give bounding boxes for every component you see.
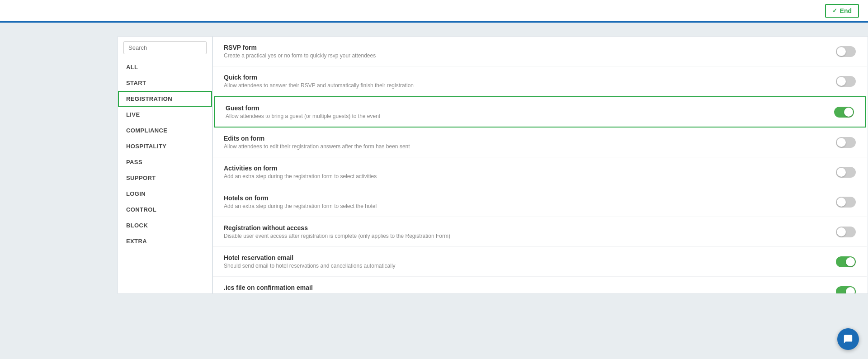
- toggle-registration-without-access[interactable]: [836, 227, 856, 237]
- feature-info-guest-form: Guest formAllow attendees to bring a gue…: [226, 104, 380, 119]
- toggle-slider-registration-without-access: [836, 227, 856, 237]
- sidebar-item-control[interactable]: CONTROL: [118, 202, 212, 217]
- feature-row-edits-on-form: Edits on formAllow attendees to edit the…: [213, 128, 867, 157]
- sidebar-item-all[interactable]: ALL: [118, 59, 212, 75]
- content-panel: RSVP formCreate a practical yes or no fo…: [212, 36, 868, 294]
- feature-row-hotels-on-form: Hotels on formAdd an extra step during t…: [213, 187, 867, 217]
- sidebar-item-extra[interactable]: EXTRA: [118, 233, 212, 249]
- sidebar-item-support[interactable]: SUPPORT: [118, 170, 212, 186]
- feature-desc-registration-without-access: Disable user event access after registra…: [224, 233, 450, 239]
- feature-desc-ics-file-confirmation: Send a .ics file attached to the confirm…: [224, 293, 481, 293]
- feature-row-guest-form: Guest formAllow attendees to bring a gue…: [214, 96, 866, 128]
- feature-title-guest-form: Guest form: [226, 104, 380, 112]
- feature-title-registration-without-access: Registration without access: [224, 224, 450, 231]
- toggle-quick-form[interactable]: [836, 76, 856, 87]
- end-label: End: [840, 7, 852, 14]
- feature-title-activities-on-form: Activities on form: [224, 165, 377, 172]
- feature-desc-hotels-on-form: Add an extra step during the registratio…: [224, 203, 377, 209]
- feature-info-registration-without-access: Registration without accessDisable user …: [224, 224, 450, 239]
- toggle-slider-rsvp-form: [836, 46, 856, 57]
- feature-row-activities-on-form: Activities on formAdd an extra step duri…: [213, 157, 867, 187]
- search-box: [118, 37, 212, 59]
- sidebar-item-pass[interactable]: PASS: [118, 154, 212, 170]
- feature-desc-edits-on-form: Allow attendees to edit their registrati…: [224, 143, 410, 150]
- feature-row-rsvp-form: RSVP formCreate a practical yes or no fo…: [213, 37, 867, 66]
- feature-row-quick-form: Quick formAllow attendees to answer thei…: [213, 66, 867, 96]
- feature-title-quick-form: Quick form: [224, 74, 414, 81]
- toggle-slider-activities-on-form: [836, 167, 856, 178]
- feature-info-ics-file-confirmation: .ics file on confirmation emailSend a .i…: [224, 284, 481, 293]
- toggle-slider-edits-on-form: [836, 137, 856, 148]
- feature-info-edits-on-form: Edits on formAllow attendees to edit the…: [224, 135, 410, 150]
- feature-desc-hotel-reservation-email: Should send email to hotel reservations …: [224, 263, 396, 269]
- end-button[interactable]: ✓ End: [825, 4, 859, 18]
- toggle-slider-quick-form: [836, 76, 856, 87]
- sidebar-item-start[interactable]: START: [118, 75, 212, 91]
- chat-button[interactable]: [837, 328, 859, 350]
- feature-row-ics-file-confirmation: .ics file on confirmation emailSend a .i…: [213, 277, 867, 293]
- feature-title-hotels-on-form: Hotels on form: [224, 194, 377, 202]
- sidebar-item-login[interactable]: LOGIN: [118, 186, 212, 202]
- feature-desc-rsvp-form: Create a practical yes or no form to qui…: [224, 52, 376, 59]
- toggle-activities-on-form[interactable]: [836, 167, 856, 178]
- sidebar-item-compliance[interactable]: COMPLIANCE: [118, 123, 212, 138]
- search-input[interactable]: [123, 41, 207, 54]
- toggle-slider-ics-file-confirmation: [836, 286, 856, 294]
- feature-row-hotel-reservation-email: Hotel reservation emailShould send email…: [213, 247, 867, 277]
- toggle-edits-on-form[interactable]: [836, 137, 856, 148]
- feature-title-rsvp-form: RSVP form: [224, 44, 376, 51]
- features-list: RSVP formCreate a practical yes or no fo…: [213, 37, 867, 293]
- feature-info-hotel-reservation-email: Hotel reservation emailShould send email…: [224, 254, 396, 269]
- sidebar-item-live[interactable]: LIVE: [118, 107, 212, 123]
- feature-info-rsvp-form: RSVP formCreate a practical yes or no fo…: [224, 44, 376, 59]
- sidebar-item-hospitality[interactable]: HOSPITALITY: [118, 138, 212, 154]
- feature-title-hotel-reservation-email: Hotel reservation email: [224, 254, 396, 261]
- feature-desc-quick-form: Allow attendees to answer their RSVP and…: [224, 82, 414, 89]
- toggle-slider-guest-form: [834, 107, 854, 118]
- feature-desc-activities-on-form: Add an extra step during the registratio…: [224, 173, 377, 180]
- feature-info-activities-on-form: Activities on formAdd an extra step duri…: [224, 165, 377, 180]
- toggle-rsvp-form[interactable]: [836, 46, 856, 57]
- content-scroll[interactable]: RSVP formCreate a practical yes or no fo…: [213, 37, 868, 293]
- toggle-guest-form[interactable]: [834, 107, 854, 118]
- sidebar-item-block[interactable]: BLOCK: [118, 217, 212, 233]
- sidebar-item-registration[interactable]: REGISTRATION: [118, 91, 212, 107]
- check-icon: ✓: [832, 7, 837, 14]
- toggle-slider-hotel-reservation-email: [836, 256, 856, 267]
- feature-desc-guest-form: Allow attendees to bring a guest (or mul…: [226, 113, 380, 119]
- feature-title-edits-on-form: Edits on form: [224, 135, 410, 142]
- feature-row-registration-without-access: Registration without accessDisable user …: [213, 217, 867, 247]
- toggle-hotel-reservation-email[interactable]: [836, 256, 856, 267]
- main-container: ALLSTARTREGISTRATIONLIVECOMPLIANCEHOSPIT…: [0, 23, 868, 359]
- top-bar: ✓ End: [0, 0, 868, 23]
- toggle-hotels-on-form[interactable]: [836, 197, 856, 208]
- toggle-ics-file-confirmation[interactable]: [836, 286, 856, 294]
- feature-info-hotels-on-form: Hotels on formAdd an extra step during t…: [224, 194, 377, 209]
- sidebar: ALLSTARTREGISTRATIONLIVECOMPLIANCEHOSPIT…: [118, 36, 212, 294]
- nav-list: ALLSTARTREGISTRATIONLIVECOMPLIANCEHOSPIT…: [118, 59, 212, 249]
- chat-icon: [843, 334, 853, 344]
- feature-title-ics-file-confirmation: .ics file on confirmation email: [224, 284, 481, 291]
- toggle-slider-hotels-on-form: [836, 197, 856, 208]
- feature-info-quick-form: Quick formAllow attendees to answer thei…: [224, 74, 414, 89]
